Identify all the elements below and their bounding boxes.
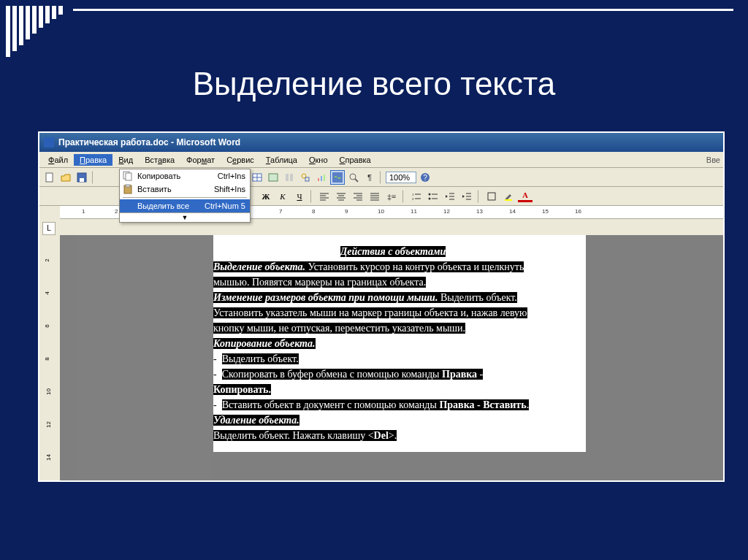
titlebar: Практическая работа.doc - Microsoft Word bbox=[39, 133, 723, 152]
line-spacing-icon[interactable]: ‡≡ bbox=[384, 189, 399, 204]
numbering-icon[interactable]: 12 bbox=[409, 189, 424, 204]
svg-point-41 bbox=[429, 197, 431, 199]
paste-icon bbox=[123, 184, 133, 194]
dd-paste[interactable]: Вставить Shift+Ins bbox=[120, 183, 250, 196]
outdent-icon[interactable] bbox=[443, 189, 457, 204]
copy-icon bbox=[123, 171, 133, 181]
svg-rect-50 bbox=[505, 199, 512, 201]
align-center-icon[interactable] bbox=[334, 189, 348, 204]
svg-rect-0 bbox=[46, 173, 53, 182]
align-left-icon[interactable] bbox=[317, 189, 332, 204]
dd-separator bbox=[123, 197, 247, 198]
slide-title: Выделение всего текста bbox=[0, 66, 748, 102]
svg-rect-6 bbox=[269, 174, 278, 181]
menu-insert[interactable]: Вставка bbox=[139, 154, 180, 166]
new-icon[interactable] bbox=[42, 170, 57, 185]
zoom-icon[interactable] bbox=[346, 170, 361, 185]
menu-view[interactable]: Вид bbox=[112, 154, 139, 166]
svg-text:?: ? bbox=[423, 174, 427, 182]
dd-paste-label: Вставить bbox=[137, 185, 172, 193]
menu-format[interactable]: Формат bbox=[180, 154, 221, 166]
drawing-icon[interactable] bbox=[298, 170, 313, 185]
svg-rect-12 bbox=[321, 176, 322, 181]
svg-rect-13 bbox=[324, 174, 325, 181]
menu-help[interactable]: Справка bbox=[334, 154, 377, 166]
svg-line-16 bbox=[355, 179, 358, 182]
bullets-icon[interactable] bbox=[426, 189, 440, 204]
svg-text:1: 1 bbox=[412, 193, 414, 196]
dd-selectall-label: Выделить все bbox=[137, 202, 189, 210]
svg-text:2: 2 bbox=[412, 197, 414, 201]
dd-select-all[interactable]: Выделить все Ctrl+Num 5 bbox=[120, 199, 250, 212]
svg-rect-11 bbox=[318, 178, 319, 181]
top-rule bbox=[73, 9, 733, 11]
bold-button[interactable]: Ж bbox=[259, 189, 273, 204]
page-background: Действия с объектами Выделение объекта. … bbox=[60, 235, 723, 480]
indent-icon[interactable] bbox=[459, 189, 474, 204]
dd-copy[interactable]: Копировать Ctrl+Ins bbox=[120, 169, 250, 183]
dd-expand-icon[interactable]: ▼ bbox=[120, 212, 250, 222]
open-icon[interactable] bbox=[58, 170, 73, 185]
align-right-icon[interactable] bbox=[351, 189, 365, 204]
zoom-combo[interactable]: 100% bbox=[386, 172, 416, 183]
document-area: 2468101214 Действия с объектами Выделени… bbox=[39, 235, 723, 480]
doc-title: Действия с объектами bbox=[340, 246, 446, 257]
borders-icon[interactable] bbox=[484, 189, 499, 204]
pilcrow-icon[interactable]: ¶ bbox=[362, 170, 377, 185]
help-icon[interactable]: ? bbox=[418, 170, 432, 185]
word-icon bbox=[44, 137, 54, 147]
italic-button[interactable]: К bbox=[275, 189, 290, 204]
menu-file[interactable]: Файл bbox=[42, 154, 74, 166]
menu-edit[interactable]: Правка bbox=[74, 154, 112, 166]
underline-button[interactable]: Ч bbox=[292, 189, 307, 204]
svg-rect-8 bbox=[290, 174, 293, 181]
highlight-icon[interactable] bbox=[501, 189, 516, 204]
chart-icon[interactable] bbox=[314, 170, 329, 185]
titlebar-caption: Практическая работа.doc - Microsoft Word bbox=[58, 137, 240, 147]
menu-window[interactable]: Окно bbox=[303, 154, 334, 166]
dd-paste-short: Shift+Ins bbox=[201, 185, 245, 193]
menu-service[interactable]: Сервис bbox=[221, 154, 260, 166]
word-window: Практическая работа.doc - Microsoft Word… bbox=[38, 131, 725, 482]
excel-icon[interactable] bbox=[266, 170, 280, 185]
dd-copy-label: Копировать bbox=[137, 172, 180, 180]
table-icon[interactable] bbox=[250, 170, 264, 185]
menu-table[interactable]: Таблица bbox=[260, 154, 303, 166]
svg-point-39 bbox=[429, 193, 431, 195]
svg-rect-7 bbox=[286, 174, 289, 181]
dd-copy-short: Ctrl+Ins bbox=[205, 172, 245, 180]
svg-rect-2 bbox=[80, 178, 84, 182]
corner-decor bbox=[0, 0, 63, 57]
vertical-ruler[interactable]: 2468101214 bbox=[39, 235, 60, 480]
svg-rect-52 bbox=[126, 173, 131, 180]
menubar: Файл Правка Вид Вставка Формат Сервис Та… bbox=[39, 152, 723, 168]
save-icon[interactable] bbox=[75, 170, 89, 185]
svg-rect-10 bbox=[305, 177, 309, 181]
columns-icon[interactable] bbox=[282, 170, 297, 185]
svg-rect-49 bbox=[488, 193, 495, 200]
menu-extra: Вве bbox=[706, 156, 720, 164]
svg-rect-54 bbox=[126, 185, 130, 187]
font-color-icon[interactable]: A bbox=[518, 190, 533, 202]
align-justify-icon[interactable] bbox=[367, 189, 382, 204]
svg-point-15 bbox=[350, 174, 356, 180]
ruler-corner[interactable]: L bbox=[42, 222, 56, 235]
map-icon[interactable] bbox=[330, 170, 345, 185]
edit-dropdown: Копировать Ctrl+Ins Вставить Shift+Ins В… bbox=[119, 169, 251, 223]
dd-selectall-short: Ctrl+Num 5 bbox=[191, 202, 245, 210]
